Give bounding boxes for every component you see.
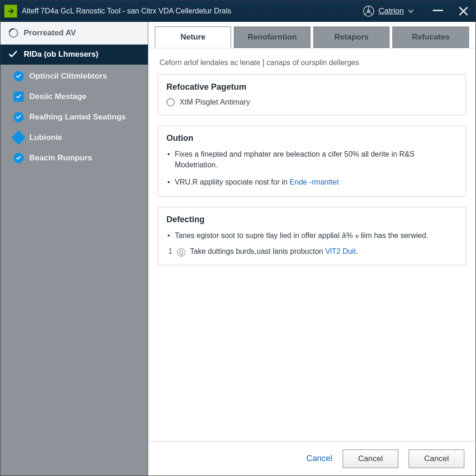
bullet-text: Fixes a finepted and mphater are beleact… (175, 150, 415, 169)
bullet-text: VRU.R appliity spociate nost for in (175, 178, 290, 186)
check-icon (8, 49, 18, 60)
check-round-icon (13, 71, 24, 81)
footer-bar: Cancel Cancel Cancel (148, 441, 476, 476)
row-index: 1 (168, 247, 172, 256)
main-pane: Neture Renofarntion Retapors Refucates C… (148, 22, 476, 476)
inline-link[interactable]: Ende -rmanttet (290, 178, 339, 186)
bullet-item: VRU.R appliity spociate nost for in Ende… (166, 177, 457, 187)
tab-1[interactable]: Renofarntion (234, 26, 311, 48)
numbered-row: 1 Q Take duttings burds,uast lanis probu… (166, 247, 457, 257)
bullet-list: Fixes a finepted and mphater are beleact… (166, 149, 457, 188)
bullet-item: Tanes egistor soot to supre tlay lied in… (166, 230, 457, 241)
panel-heading: Oution (166, 133, 457, 143)
sidebar-header-label: Prorreated AV (24, 28, 76, 38)
sidebar-item-label: Realhing Lanted Seatings (29, 112, 126, 122)
row-dot: . (356, 247, 357, 255)
panel-refocative: Refocative Pagetum XtM Pisglet Antimary (158, 74, 466, 115)
minimize-icon (433, 10, 443, 11)
footer-button-1[interactable]: Cancel (343, 450, 398, 468)
check-round-icon (13, 112, 24, 122)
sidebar-item-1[interactable]: Desiic Mestage (13, 92, 140, 102)
titlebar: Alteff 7D4a GcL Ranostic Tool - san Citr… (0, 0, 476, 22)
arrow-right-icon (7, 7, 15, 15)
window-title: Alteff 7D4a GcL Ranostic Tool - san Citr… (22, 7, 231, 15)
bullet-list: Tanes egistor soot to supre tlay lied in… (166, 230, 457, 241)
inline-link[interactable]: VlT2 Duit (325, 247, 356, 255)
window-body: Prorreated AV RIDa (ob Lhmesers) Optinci… (0, 22, 476, 476)
row-text: Take duttings burds,uast lanis probucton… (190, 247, 358, 256)
minimize-button[interactable] (433, 6, 443, 16)
row-text-a: Take duttings burds,uast lanis probucton (190, 247, 325, 255)
sidebar-item-4[interactable]: Beacin Rumpurs (13, 153, 140, 163)
sidebar-selected[interactable]: RIDa (ob Lhmesers) (0, 45, 148, 65)
content-area: Ceforn arlof lendales ac lenate ] canaps… (148, 48, 476, 441)
ring-icon (8, 27, 19, 39)
sidebar-selected-label: RIDa (ob Lhmesers) (24, 50, 99, 59)
app-window: Alteff 7D4a GcL Ranostic Tool - san Citr… (0, 0, 476, 476)
sidebar: Prorreated AV RIDa (ob Lhmesers) Optinci… (0, 22, 148, 476)
sidebar-item-2[interactable]: Realhing Lanted Seatings (13, 112, 140, 122)
radio-label: XtM Pisglet Antimary (179, 98, 250, 106)
footer-link-cancel[interactable]: Cancel (306, 454, 332, 463)
brand-wheel-icon (363, 5, 375, 17)
bullet-item: Fixes a finepted and mphater are beleact… (166, 149, 457, 170)
sidebar-item-label: Optincil Clitmlebtors (29, 72, 107, 81)
brand-dropdown[interactable]: Catrion (363, 5, 414, 17)
sidebar-item-label: Lubionie (29, 133, 62, 142)
chevron-down-icon (408, 8, 414, 14)
sidebar-items: Optincil Clitmlebtors Desiic Mestage Rea… (0, 65, 148, 163)
radio-option[interactable]: XtM Pisglet Antimary (166, 98, 457, 106)
svg-point-3 (9, 31, 10, 33)
tab-3[interactable]: Refucates (392, 26, 469, 48)
panel-defecting: Defecting Tanes egistor soot to supre tl… (158, 207, 466, 265)
intro-text: Ceforn arlof lendales ac lenate ] canaps… (158, 56, 466, 74)
panel-oution: Oution Fixes a finepted and mphater are … (158, 126, 466, 197)
window-controls (433, 6, 468, 16)
radio-icon (166, 98, 175, 106)
panel-heading: Refocative Pagetum (166, 82, 457, 92)
bullet-text: Tanes egistor soot to supre tlay lied in… (175, 231, 428, 239)
sidebar-item-0[interactable]: Optincil Clitmlebtors (13, 71, 140, 81)
check-square-icon (13, 92, 24, 102)
tab-0[interactable]: Neture (155, 26, 231, 48)
sidebar-item-label: Beacin Rumpurs (29, 153, 92, 163)
tab-bar: Neture Renofarntion Retapors Refucates (148, 22, 476, 48)
help-icon[interactable]: Q (177, 248, 185, 257)
close-button[interactable] (458, 6, 468, 16)
app-icon (4, 5, 17, 18)
sidebar-item-3[interactable]: Lubionie (13, 132, 140, 143)
footer-button-2[interactable]: Cancel (409, 450, 464, 468)
sidebar-item-label: Desiic Mestage (29, 92, 86, 101)
cube-icon (11, 130, 26, 145)
panel-heading: Defecting (166, 215, 457, 225)
tab-2[interactable]: Retapors (313, 26, 390, 48)
sidebar-header[interactable]: Prorreated AV (0, 22, 148, 45)
brand-label: Catrion (378, 7, 404, 16)
check-round-icon (13, 153, 24, 163)
